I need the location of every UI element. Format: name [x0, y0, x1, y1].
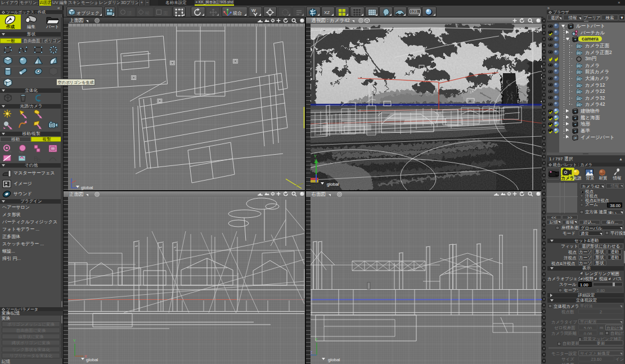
svg-text:Z: Z [311, 350, 313, 354]
svg-text:global: global [81, 185, 93, 190]
svg-text:b: b [37, 156, 41, 163]
svg-text:Y: Y [73, 339, 76, 343]
svg-text:global: global [328, 357, 340, 362]
svg-text:Y: Y [314, 154, 317, 158]
svg-text:global: global [86, 357, 98, 362]
svg-text:T: T [5, 81, 8, 86]
svg-text:global: global [327, 182, 339, 187]
svg-text:W: W [251, 8, 256, 13]
svg-text:Y: Y [315, 338, 318, 341]
